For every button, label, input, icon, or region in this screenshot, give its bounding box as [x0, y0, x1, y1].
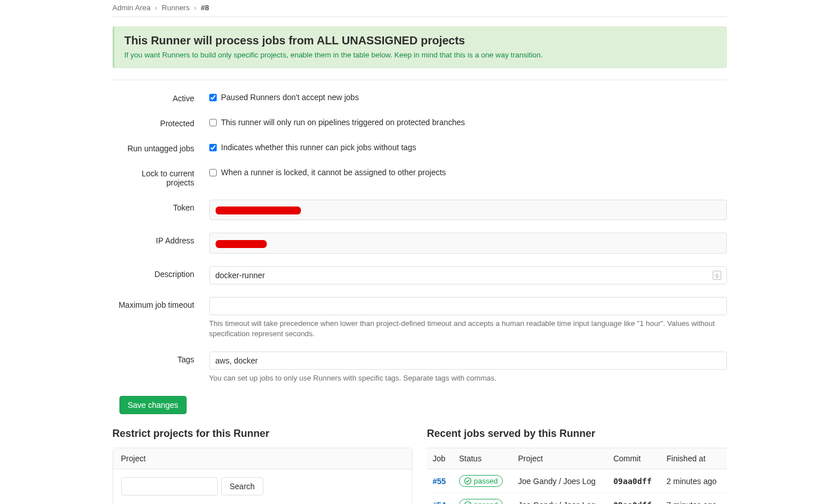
help-timeout: This timeout will take precedence when l… [209, 319, 727, 339]
status-badge[interactable]: passed [459, 499, 503, 504]
desc-protected: This runner will only run on pipelines t… [221, 118, 465, 127]
project-search-input[interactable] [121, 477, 218, 495]
desc-active: Paused Runners don't accept new jobs [221, 93, 359, 102]
commit-hash[interactable]: 09aa0dff [613, 477, 651, 486]
chevron-right-icon: › [155, 3, 157, 12]
status-text: passed [474, 501, 498, 504]
redacted-ip [216, 240, 267, 248]
table-row: #55 passed Joe Gandy / Joes Log 09aa0dff… [427, 469, 727, 493]
checkbox-active[interactable] [209, 94, 217, 101]
save-button[interactable]: Save changes [119, 396, 187, 414]
alert-shared-runner: This Runner will process jobs from ALL U… [113, 26, 727, 68]
job-project: Joe Gandy / Joes Log [513, 493, 607, 504]
token-field [209, 200, 727, 220]
col-finished: Finished at [661, 448, 727, 469]
status-badge[interactable]: passed [459, 475, 503, 487]
label-ip: IP Address [113, 233, 209, 245]
label-tags: Tags [113, 352, 209, 364]
label-lock: Lock to current projects [113, 166, 209, 187]
label-untagged: Run untagged jobs [113, 141, 209, 153]
chevron-right-icon: › [194, 3, 196, 12]
autofill-icon: ⎀ [713, 271, 721, 280]
description-input[interactable] [209, 266, 727, 284]
divider [113, 80, 727, 80]
timeout-input[interactable] [209, 297, 727, 315]
tags-input[interactable] [209, 352, 727, 370]
alert-body: If you want Runners to build only specif… [125, 51, 717, 59]
jobs-table: Job Status Project Commit Finished at #5… [427, 448, 727, 504]
job-project: Joe Gandy / Joes Log [513, 469, 607, 493]
job-finished: 7 minutes ago [661, 493, 727, 504]
breadcrumb-admin[interactable]: Admin Area [113, 3, 151, 12]
label-timeout: Maximum job timeout [113, 297, 209, 309]
check-circle-icon [464, 477, 472, 485]
ip-field [209, 233, 727, 253]
checkbox-untagged[interactable] [209, 144, 217, 151]
col-status: Status [453, 448, 513, 469]
redacted-token [216, 206, 301, 214]
status-text: passed [474, 477, 498, 485]
checkbox-protected[interactable] [209, 119, 217, 126]
desc-lock: When a runner is locked, it cannot be as… [221, 168, 446, 177]
desc-untagged: Indicates whether this runner can pick j… [221, 143, 416, 152]
breadcrumb-runners[interactable]: Runners [162, 3, 189, 12]
svg-point-1 [465, 502, 471, 504]
job-link[interactable]: #54 [433, 501, 446, 504]
alert-title: This Runner will process jobs from ALL U… [125, 34, 717, 47]
label-active: Active [113, 90, 209, 103]
label-description: Description [113, 266, 209, 279]
job-link[interactable]: #55 [433, 477, 446, 486]
check-circle-icon [464, 501, 472, 504]
checkbox-lock[interactable] [209, 169, 217, 176]
table-row: #54 passed Joe Gandy / Joes Log 09aa0dff… [427, 493, 727, 504]
col-job: Job [427, 448, 453, 469]
heading-restrict: Restrict projects for this Runner [113, 428, 412, 440]
breadcrumb-current: #8 [201, 3, 209, 12]
col-commit: Commit [607, 448, 661, 469]
panel-header-project: Project [113, 448, 412, 469]
commit-hash[interactable]: 09aa0dff [613, 501, 651, 504]
job-finished: 2 minutes ago [661, 469, 727, 493]
project-search-button[interactable]: Search [221, 477, 263, 495]
breadcrumb: Admin Area › Runners › #8 [113, 0, 727, 17]
help-tags: You can set up jobs to only use Runners … [209, 373, 727, 383]
col-project: Project [513, 448, 607, 469]
heading-jobs: Recent jobs served by this Runner [427, 428, 727, 440]
label-token: Token [113, 200, 209, 212]
label-protected: Protected [113, 115, 209, 128]
